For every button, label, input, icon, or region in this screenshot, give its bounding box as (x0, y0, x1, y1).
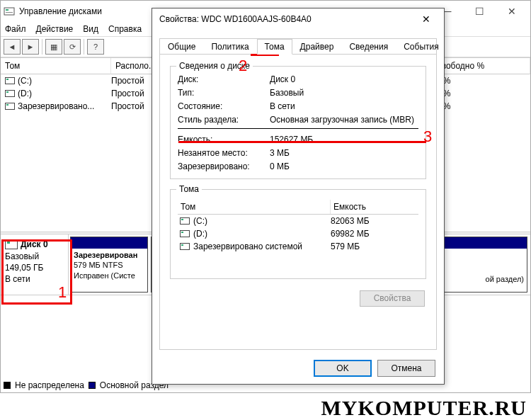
column-free[interactable]: Свободно % (431, 58, 530, 74)
partition-title: Зарезервирован (74, 251, 137, 259)
drive-icon (5, 90, 15, 97)
column-volume[interactable]: Том (1, 58, 111, 74)
dialog-volume-capacity: 69982 МБ (331, 229, 418, 239)
legend-label-unallocated: Не распределена (15, 380, 84, 390)
volume-free: 55 % (431, 76, 530, 86)
drive-icon (5, 77, 15, 84)
toolbar-refresh[interactable]: ⟳ (64, 39, 81, 55)
close-button[interactable]: ✕ (496, 1, 527, 22)
volume-properties-button[interactable]: Свойства (360, 290, 425, 307)
tab-strip: Общие Политика Тома Драйвер Сведения Соб… (160, 39, 436, 55)
toolbar-forward[interactable]: ► (22, 39, 39, 55)
legend-swatch-primary (88, 382, 96, 389)
label-disk: Диск: (178, 74, 270, 84)
label-unallocated: Незанятое место: (178, 148, 270, 158)
value-partition-style: Основная загрузочная запись (MBR) (270, 115, 414, 125)
svg-rect-1 (6, 9, 8, 11)
drive-icon (5, 103, 15, 110)
value-reserved: 0 МБ (270, 161, 290, 171)
menu-action[interactable]: Действие (36, 24, 74, 34)
menu-help[interactable]: Справка (108, 24, 142, 34)
tab-content: Сведения о диске Диск:Диск 0 Тип:Базовый… (160, 55, 436, 307)
volume-layout: Простой (111, 101, 155, 111)
tab-details[interactable]: Сведения (341, 39, 396, 55)
volume-layout: Простой (111, 89, 155, 98)
volumes-legend: Тома (176, 184, 202, 194)
partition-color-bar (71, 237, 147, 249)
tab-events[interactable]: События (396, 39, 447, 55)
annotation-3: 3 (423, 127, 432, 146)
annotation-underline-style (178, 141, 426, 143)
volumes-group: Тома Том Емкость (C:) 82063 МБ (D:) 6998… (170, 189, 426, 279)
column-layout[interactable]: Располо... (111, 58, 155, 74)
dialog-buttons: OK Отмена (314, 360, 435, 377)
partition-size: 579 МБ NTFS (74, 261, 123, 269)
volume-name: Зарезервировано... (18, 101, 94, 111)
legend-swatch-unallocated (4, 382, 11, 389)
label-state: Состояние: (178, 101, 270, 111)
dialog-body: Общие Политика Тома Драйвер Сведения Соб… (159, 38, 437, 350)
dialog-volume-capacity: 579 МБ (331, 242, 418, 251)
value-type: Базовый (270, 88, 304, 98)
dialog-column-capacity[interactable]: Емкость (331, 200, 418, 214)
dialog-titlebar: Свойства: WDC WD1600AAJS-60B4A0 ✕ (152, 8, 444, 30)
watermark: MYKOMPUTER.RU (321, 396, 527, 420)
app-icon (4, 6, 15, 17)
tab-driver[interactable]: Драйвер (292, 39, 342, 55)
annotation-2: 2 (239, 57, 247, 75)
separator-line (178, 128, 418, 129)
dialog-volumes-table: Том Емкость (C:) 82063 МБ (D:) 69982 МБ … (178, 200, 418, 253)
dialog-title: Свойства: WDC WD1600AAJS-60B4A0 (159, 14, 416, 24)
tab-volumes[interactable]: Тома (257, 39, 292, 55)
toolbar-separator (84, 39, 84, 55)
value-disk: Диск 0 (270, 74, 295, 84)
label-reserved: Зарезервировано: (178, 161, 270, 171)
dialog-volumes-header: Том Емкость (178, 200, 418, 215)
dialog-volume-name: Зарезервировано системой (193, 242, 302, 251)
partition-status: Исправен (Систе (74, 271, 135, 280)
partition-reserved[interactable]: Зарезервирован 579 МБ NTFS Исправен (Сис… (70, 237, 148, 293)
volume-layout: Простой (111, 76, 155, 86)
menu-view[interactable]: Вид (83, 24, 98, 34)
tab-general[interactable]: Общие (160, 39, 203, 55)
toolbar-views[interactable]: ▦ (45, 39, 62, 55)
dialog-volume-name: (C:) (193, 216, 207, 226)
value-state: В сети (270, 101, 295, 111)
partition-status-suffix: ой раздел) (486, 275, 524, 283)
disk-info-group: Сведения о диске Диск:Диск 0 Тип:Базовый… (170, 66, 426, 179)
dialog-volume-capacity: 82063 МБ (331, 216, 418, 226)
properties-button-row: Свойства (170, 290, 425, 307)
maximize-button[interactable]: ☐ (464, 1, 496, 22)
dialog-volume-row[interactable]: (D:) 69982 МБ (178, 227, 418, 240)
volume-free: 21 % (431, 101, 530, 111)
label-partition-style: Стиль раздела: (178, 115, 270, 125)
dialog-column-volume[interactable]: Том (178, 200, 331, 214)
dialog-volume-row[interactable]: Зарезервировано системой 579 МБ (178, 240, 418, 253)
drive-icon (180, 243, 190, 250)
label-type: Тип: (178, 88, 270, 98)
toolbar-back[interactable]: ◄ (4, 39, 21, 55)
dialog-close-button[interactable]: ✕ (416, 13, 437, 25)
volume-name: (C:) (18, 76, 32, 86)
svg-rect-2 (6, 12, 13, 13)
toolbar-help[interactable]: ? (87, 39, 104, 55)
ok-button[interactable]: OK (314, 360, 372, 377)
svg-rect-0 (4, 8, 14, 15)
menu-file[interactable]: Файл (5, 24, 26, 34)
legend: Не распределена Основной раздел (4, 379, 169, 392)
value-unallocated: 3 МБ (270, 148, 290, 158)
dialog-volume-name: (D:) (193, 229, 207, 239)
window-controls: ─ ☐ ✕ (432, 1, 527, 22)
toolbar-separator (42, 39, 42, 55)
volume-name: (D:) (18, 89, 32, 98)
annotation-1: 1 (58, 283, 67, 302)
volume-free: 85 % (431, 89, 530, 98)
cancel-button[interactable]: Отмена (377, 360, 435, 377)
drive-icon (180, 230, 190, 237)
tab-policy[interactable]: Политика (203, 39, 256, 55)
properties-dialog: Свойства: WDC WD1600AAJS-60B4A0 ✕ Общие … (152, 8, 445, 385)
dialog-volume-row[interactable]: (C:) 82063 МБ (178, 215, 418, 227)
drive-icon (180, 217, 190, 225)
